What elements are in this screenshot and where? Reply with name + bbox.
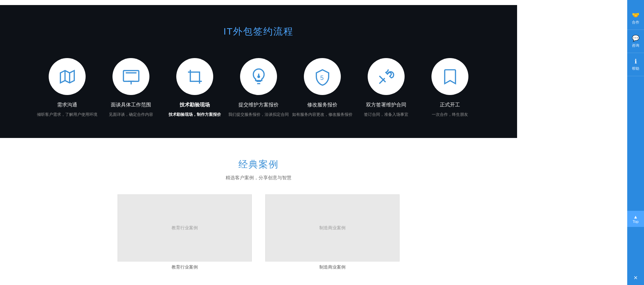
cases-container: 教育行业案例 教育行业案例 制造商业案例 制造商业案例	[0, 194, 517, 270]
step-circle-1	[49, 58, 86, 95]
step-circle-7	[431, 58, 468, 95]
process-title: IT外包签约流程	[0, 25, 517, 38]
step-circle-2	[112, 58, 149, 95]
step-item-2: 面谈具体工作范围 见面详谈，确定合作内容	[99, 58, 163, 118]
close-button[interactable]: ×	[627, 271, 644, 284]
svg-rect-2	[123, 70, 139, 81]
step-desc-3-bold: 技术勘验现场，制作方案报价	[169, 112, 221, 117]
step-title-7: 正式开工	[440, 102, 460, 108]
step-desc-4: 我们提交服务报价，洽谈拟定合同	[227, 111, 290, 118]
lightbulb-icon	[249, 67, 268, 86]
step-item-6: 双方签署维护合同 签订合同，准备入场事宜	[354, 58, 418, 118]
step-title-1: 需求沟通	[57, 102, 77, 108]
step-desc-5: 如有服务内容更改，修改服务报价	[290, 111, 354, 118]
case-item-1: 教育行业案例 教育行业案例	[118, 194, 252, 270]
step-item-4: 提交维护方案报价 我们提交服务报价，洽谈拟定合同	[227, 58, 290, 118]
case-image-1: 教育行业案例	[118, 194, 252, 262]
cooperate-icon: 🤝	[632, 11, 639, 19]
step-title-2: 面谈具体工作范围	[111, 102, 151, 108]
consult-icon: 💬	[632, 35, 639, 42]
step-desc-7: 一次合作，终生朋友	[430, 111, 470, 118]
process-section: IT外包签约流程 需求沟通 倾听客户需求，了解用户使用环境	[0, 5, 517, 138]
shield5-icon: 5	[313, 67, 332, 86]
step-title-4: 提交维护方案报价	[238, 102, 279, 108]
case-image-label-1: 教育行业案例	[172, 225, 198, 231]
sidebar-label-cooperate: 合作	[632, 20, 639, 25]
step-item-3: 技术勘验现场 技术勘验现场，制作方案报价	[163, 58, 227, 118]
case-item-2: 制造商业案例 制造商业案例	[265, 194, 400, 270]
svg-text:5: 5	[320, 74, 323, 81]
case-image-2: 制造商业案例	[265, 194, 400, 262]
content-area: IT外包签约流程 需求沟通 倾听客户需求，了解用户使用环境	[0, 0, 517, 284]
crop-icon	[186, 67, 204, 86]
case-label-1: 教育行业案例	[172, 264, 198, 270]
top-button[interactable]: ▲ Top	[627, 211, 644, 227]
tools-icon	[377, 67, 396, 86]
step-circle-6	[368, 58, 405, 95]
sidebar-item-cooperate[interactable]: 🤝 合作	[627, 7, 644, 30]
close-icon: ×	[634, 274, 638, 282]
help-icon: ℹ	[635, 58, 637, 65]
cases-subtitle: 精选客户案例，分享创意与智慧	[0, 175, 517, 181]
bookmark-icon	[441, 67, 459, 86]
right-sidebar: 🤝 合作 💬 咨询 ℹ 帮助 ▲ Top ×	[627, 0, 644, 284]
step-circle-4	[240, 58, 277, 95]
step-item-7: 正式开工 一次合作，终生朋友	[418, 58, 482, 118]
svg-rect-6	[190, 72, 199, 81]
sidebar-item-consult[interactable]: 💬 咨询	[627, 30, 644, 53]
step-item-1: 需求沟通 倾听客户需求，了解用户使用环境	[35, 58, 99, 118]
cases-section: 经典案例 精选客户案例，分享创意与智慧 教育行业案例 教育行业案例 制造商业案例…	[0, 138, 517, 284]
top-label: Top	[633, 220, 639, 224]
steps-container: 需求沟通 倾听客户需求，了解用户使用环境 面谈具体工作范围 见面详谈	[0, 58, 517, 118]
step-item-5: 5 修改服务报价 如有服务内容更改，修改服务报价	[290, 58, 354, 118]
step-desc-3: 技术勘验现场，制作方案报价	[167, 111, 223, 118]
case-label-2: 制造商业案例	[319, 264, 346, 270]
step-title-3: 技术勘验现场	[180, 102, 210, 108]
top-white-strip	[0, 0, 517, 5]
sidebar-item-help[interactable]: ℹ 帮助	[627, 53, 644, 76]
step-desc-2: 见面详谈，确定合作内容	[107, 111, 155, 118]
main-layout: IT外包签约流程 需求沟通 倾听客户需求，了解用户使用环境	[0, 0, 644, 284]
step-title-6: 双方签署维护合同	[366, 102, 406, 108]
step-circle-3	[176, 58, 213, 95]
desktop-icon	[122, 67, 140, 86]
step-title-5: 修改服务报价	[307, 102, 337, 108]
cases-title: 经典案例	[0, 158, 517, 171]
map-icon	[58, 67, 77, 86]
top-arrow-icon: ▲	[633, 214, 638, 220]
step-desc-1: 倾听客户需求，了解用户使用环境	[35, 111, 99, 118]
svg-point-8	[258, 76, 260, 78]
step-desc-6: 签订合同，准备入场事宜	[362, 111, 410, 118]
case-image-label-2: 制造商业案例	[319, 225, 346, 231]
step-circle-5: 5	[304, 58, 341, 95]
sidebar-label-help: 帮助	[632, 66, 639, 71]
sidebar-label-consult: 咨询	[632, 43, 639, 48]
